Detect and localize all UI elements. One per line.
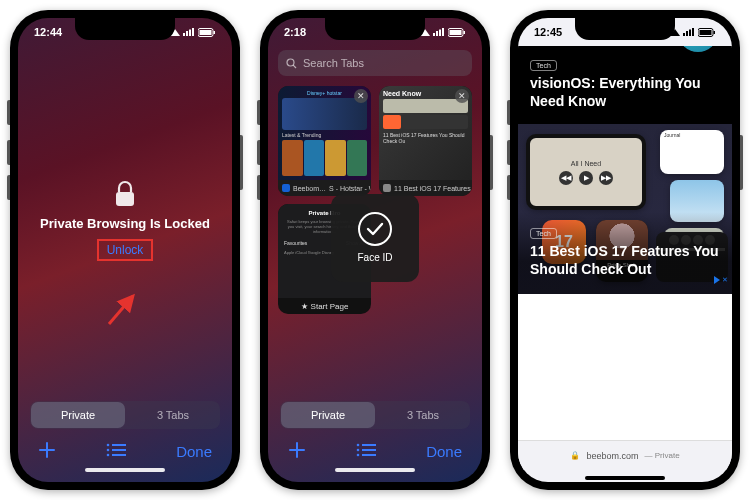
svg-point-26 [357, 449, 360, 452]
status-time: 12:45 [534, 26, 562, 38]
ipad-widget: All I Need ◀◀▶▶▶ [526, 134, 646, 210]
faceid-overlay: Face ID [331, 194, 419, 282]
private-tabs-grid: ✕ Need Know 11 Best iOS 17 Features You … [268, 80, 482, 395]
search-input[interactable]: Search Tabs [278, 50, 472, 76]
close-icon[interactable]: ✕ [354, 89, 368, 103]
segment-tabs[interactable]: 3 Tabs [376, 401, 470, 429]
notch [75, 18, 175, 40]
faceid-label: Face ID [357, 252, 392, 263]
article-header-1: Tech visionOS: Everything You Need Know [518, 46, 732, 124]
svg-rect-35 [700, 30, 712, 35]
svg-rect-6 [214, 31, 216, 34]
unlock-button[interactable]: Unlock [97, 239, 154, 261]
home-indicator[interactable] [335, 468, 415, 472]
svg-rect-15 [433, 33, 435, 36]
status-time: 12:44 [34, 26, 62, 38]
ad-badge[interactable]: ✕ [714, 276, 728, 284]
search-icon [286, 58, 297, 69]
svg-rect-17 [439, 30, 441, 37]
svg-rect-33 [692, 28, 694, 36]
tab-groups-button[interactable] [356, 443, 376, 460]
private-indicator: — Private [644, 451, 679, 460]
locked-headline: Private Browsing Is Locked [40, 216, 210, 231]
svg-rect-14 [112, 454, 126, 456]
svg-point-9 [107, 444, 110, 447]
svg-line-23 [293, 65, 296, 68]
media-controls: ◀◀▶▶▶ [559, 171, 613, 185]
status-icons [670, 28, 716, 37]
notch [325, 18, 425, 40]
notch [575, 18, 675, 40]
category-tag[interactable]: Tech [530, 60, 557, 71]
home-indicator[interactable] [85, 468, 165, 472]
visionos-badge [678, 46, 718, 52]
svg-rect-27 [362, 449, 376, 451]
lock-icon: 🔒 [570, 451, 580, 460]
tab-card[interactable]: ✕ Need Know 11 Best iOS 17 Features You … [379, 86, 472, 196]
lock-icon [114, 180, 136, 208]
svg-rect-36 [714, 31, 716, 34]
article-title[interactable]: visionOS: Everything You Need Know [530, 75, 720, 110]
article-header-2: Tech 11 Best iOS 17 Features You Should … [518, 212, 732, 294]
svg-point-13 [107, 454, 110, 457]
bottom-toolbar-area: Private 3 Tabs Done [268, 395, 482, 482]
journal-widget [660, 130, 724, 174]
tab-group-segmented[interactable]: Private 3 Tabs [280, 401, 470, 429]
svg-rect-30 [683, 33, 685, 36]
segment-private[interactable]: Private [31, 402, 125, 428]
status-icons [170, 28, 216, 37]
address-bar[interactable]: 🔒 beebom.com — Private [518, 440, 732, 470]
svg-point-22 [287, 59, 294, 66]
domain-text: beebom.com [586, 451, 638, 461]
status-icons [420, 28, 466, 37]
svg-rect-12 [112, 449, 126, 451]
new-tab-button[interactable] [38, 441, 56, 462]
svg-rect-0 [183, 33, 185, 36]
svg-rect-3 [192, 28, 194, 36]
tab-card[interactable]: ✕ Disney+ hotstar Latest & Trending Beeb… [278, 86, 371, 196]
phone-article-view: 12:45 Tech visionOS: Everything You Need… [510, 10, 740, 490]
hero-image: All I Need ◀◀▶▶▶ 17 Priya Shah [518, 124, 732, 294]
adchoices-icon[interactable] [714, 276, 720, 284]
svg-rect-21 [464, 31, 466, 34]
home-indicator[interactable] [585, 476, 665, 480]
phone-locked-private: 12:44 Private Browsing Is Locked Unlock … [10, 10, 240, 490]
tab-group-segmented[interactable]: Private 3 Tabs [30, 401, 220, 429]
search-placeholder: Search Tabs [303, 57, 364, 69]
segment-tabs[interactable]: 3 Tabs [126, 401, 220, 429]
new-tab-button[interactable] [288, 441, 306, 462]
ad-close-icon[interactable]: ✕ [722, 276, 728, 284]
svg-rect-2 [189, 30, 191, 37]
locked-content: Private Browsing Is Locked Unlock [18, 46, 232, 395]
svg-rect-16 [436, 31, 438, 36]
segment-private[interactable]: Private [281, 402, 375, 428]
svg-rect-25 [362, 444, 376, 446]
svg-rect-20 [450, 30, 462, 35]
close-icon[interactable]: ✕ [455, 89, 469, 103]
svg-point-11 [107, 449, 110, 452]
svg-rect-29 [362, 454, 376, 456]
svg-rect-32 [689, 30, 691, 37]
svg-point-24 [357, 444, 360, 447]
status-time: 2:18 [284, 26, 306, 38]
svg-rect-18 [442, 28, 444, 36]
svg-rect-31 [686, 31, 688, 36]
bottom-toolbar-area: Private 3 Tabs Done [18, 395, 232, 482]
svg-point-28 [357, 454, 360, 457]
article-title[interactable]: 11 Best iOS 17 Features You Should Check… [530, 243, 720, 278]
svg-rect-1 [186, 31, 188, 36]
svg-rect-5 [200, 30, 212, 35]
article-scroll[interactable]: Tech visionOS: Everything You Need Know … [518, 46, 732, 440]
done-button[interactable]: Done [176, 443, 212, 460]
tab-groups-button[interactable] [106, 443, 126, 460]
done-button[interactable]: Done [426, 443, 462, 460]
phone-faceid-tabs: 2:18 Search Tabs ✕ Need Know 11 Best iOS… [260, 10, 490, 490]
category-tag[interactable]: Tech [530, 228, 557, 239]
svg-rect-10 [112, 444, 126, 446]
tab-title: ★ Start Page [278, 298, 371, 314]
svg-rect-7 [116, 192, 134, 206]
checkmark-icon [358, 212, 392, 246]
